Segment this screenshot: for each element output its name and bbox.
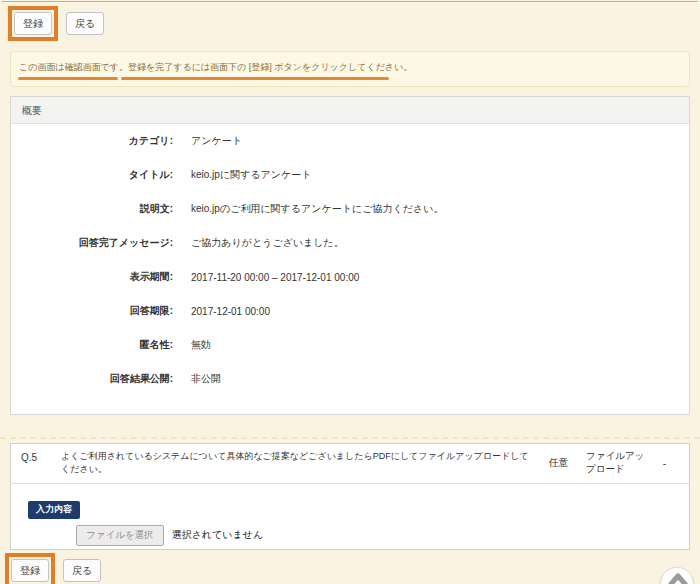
summary-label: タイトル: xyxy=(11,168,173,182)
annotation-underline-2 xyxy=(121,77,389,80)
summary-row-display-period: 表示期間: 2017-11-20 00:00 – 2017-12-01 00:0… xyxy=(11,260,689,294)
file-status-text: 選択されていません xyxy=(172,528,264,542)
summary-card: 概要 カテゴリ: アンケート タイトル: keio.jpに関するアンケート 説明… xyxy=(10,96,690,415)
summary-row-deadline: 回答期限: 2017-12-01 00:00 xyxy=(11,294,689,328)
summary-value: アンケート xyxy=(191,134,242,148)
back-button-top[interactable]: 戻る xyxy=(66,12,104,35)
question-card: Q.5 よくご利用されているシステムについて具体的なご提案などございましたらPD… xyxy=(10,443,690,550)
summary-row-result-publication: 回答結果公開: 非公開 xyxy=(11,362,689,396)
confirmation-page: { "page": { "accent_color": "#e07f28", "… xyxy=(0,0,700,584)
input-area: 入力内容 ファイルを選択 選択されていません xyxy=(11,484,689,549)
summary-value: 非公開 xyxy=(191,372,221,386)
register-button-top[interactable]: 登録 xyxy=(14,12,52,35)
scroll-to-top-button[interactable] xyxy=(660,567,694,584)
summary-label: 回答結果公開: xyxy=(11,372,173,386)
summary-value: 2017-11-20 00:00 – 2017-12-01 00:00 xyxy=(191,272,359,283)
summary-label: カテゴリ: xyxy=(11,134,173,148)
toolbar-top: 登録 戻る xyxy=(8,6,700,41)
summary-row-description: 説明文: keio.jpのご利用に関するアンケートにご協力ください。 xyxy=(11,192,689,226)
register-button-bottom[interactable]: 登録 xyxy=(11,559,49,582)
summary-value: ご協力ありがとうございました。 xyxy=(191,236,344,250)
summary-value: 無効 xyxy=(191,338,211,352)
confirmation-notice: この画面は確認画面です。登録を完了するには画面下の [登録] ボタンをクリックし… xyxy=(10,51,690,87)
annotation-underline-1 xyxy=(18,77,118,80)
question-type: ファイルアップロード xyxy=(586,450,650,476)
question-number: Q.5 xyxy=(21,450,61,476)
summary-card-body: カテゴリ: アンケート タイトル: keio.jpに関するアンケート 説明文: … xyxy=(11,124,689,414)
input-content-badge: 入力内容 xyxy=(28,501,80,519)
question-answer: - xyxy=(650,458,679,469)
question-requirement: 任意 xyxy=(531,456,586,470)
chevron-up-icon xyxy=(661,568,693,584)
summary-label: 表示期間: xyxy=(11,270,173,284)
summary-value: 2017-12-01 00:00 xyxy=(191,306,270,317)
summary-value: keio.jpのご利用に関するアンケートにご協力ください。 xyxy=(191,202,443,216)
annotation-highlight-bottom: 登録 xyxy=(5,553,55,584)
question-row: Q.5 よくご利用されているシステムについて具体的なご提案などございましたらPD… xyxy=(11,444,689,484)
summary-label: 回答完了メッセージ: xyxy=(11,236,173,250)
back-button-bottom[interactable]: 戻る xyxy=(63,559,101,582)
summary-label: 回答期限: xyxy=(11,304,173,318)
file-upload-row: ファイルを選択 選択されていません xyxy=(76,525,679,545)
summary-label: 匿名性: xyxy=(11,338,173,352)
summary-value: keio.jpに関するアンケート xyxy=(191,168,312,182)
summary-card-title: 概要 xyxy=(11,97,689,124)
confirmation-notice-text: この画面は確認画面です。登録を完了するには画面下の [登録] ボタンをクリックし… xyxy=(19,62,412,72)
summary-label: 説明文: xyxy=(11,202,173,216)
annotation-highlight-top: 登録 xyxy=(8,6,58,41)
top-divider xyxy=(2,1,698,2)
summary-row-complete-message: 回答完了メッセージ: ご協力ありがとうございました。 xyxy=(11,226,689,260)
question-text: よくご利用されているシステムについて具体的なご提案などございましたらPDFにして… xyxy=(61,450,531,476)
toolbar-bottom: 登録 戻る xyxy=(5,553,700,584)
summary-row-anonymity: 匿名性: 無効 xyxy=(11,328,689,362)
summary-row-category: カテゴリ: アンケート xyxy=(11,124,689,158)
summary-row-title: タイトル: keio.jpに関するアンケート xyxy=(11,158,689,192)
file-select-button: ファイルを選択 xyxy=(76,525,164,546)
